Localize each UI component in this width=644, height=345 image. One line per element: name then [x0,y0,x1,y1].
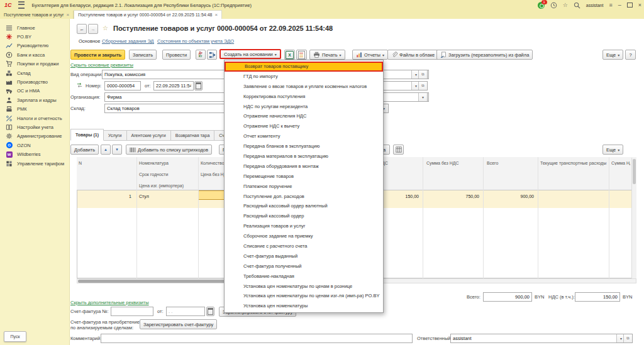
menu-item[interactable]: Установка цен номенклатуры [225,301,383,311]
app-tab-receipt-doc[interactable]: Поступление товаров и услуг 0000-000054 … [74,10,222,19]
menu-item[interactable]: Возврат товаров поставщику [225,62,383,72]
back-button[interactable]: ← [77,24,87,34]
sidebar-item-main[interactable]: Главное [0,23,69,32]
search-icon[interactable] [574,2,580,9]
menu-item[interactable]: Отчет комитенту [225,131,383,141]
sidebar-item-manager[interactable]: Руководителю [0,41,69,50]
add-row-button[interactable]: Добавить [70,145,99,155]
col-header-vat-sum2[interactable]: Сумма НДС [611,161,630,165]
post-button[interactable]: Провести [162,50,191,60]
horizontal-scrollbar-thumb[interactable] [78,280,234,283]
post-and-close-button[interactable]: Провести и закрыть [70,50,125,60]
tab-returnable-packaging[interactable]: Возвратная тара [171,130,215,141]
table-settings-button[interactable] [393,145,404,155]
help-button[interactable]: ? [625,50,636,60]
favorite-star-icon[interactable]: ☆ [103,25,108,31]
service-status-icon[interactable]: 1 [538,2,545,9]
sidebar-item-purchases-sales[interactable]: Покупки и продажи [0,60,69,68]
menu-item[interactable]: Счет-фактура полученный [225,261,383,271]
col-header-transport[interactable]: Текущие транспортные расходы [540,161,606,165]
close-tab-icon[interactable]: × [214,12,218,18]
sidebar-item-fixed-assets[interactable]: ОС и НМА [0,87,69,96]
menu-item[interactable]: Расходный кассовый ордер валютный [225,201,383,211]
windows-start-button[interactable]: Пуск [4,331,26,342]
history-icon[interactable] [550,2,557,9]
tab-agent-services[interactable]: Агентские услуги [127,130,171,141]
invoice-number-field[interactable] [111,307,153,316]
menu-item[interactable]: Установка цен номенклатуры по ценам изг-… [225,291,383,301]
menu-item[interactable]: Поступление доп. расходов [225,192,383,202]
sidebar-item-taxes[interactable]: Налоги и отчетность [0,114,69,123]
add-by-barcode-list-button[interactable]: Добавить по списку штрихкодов [126,145,212,155]
print-button[interactable]: Печать ▾ [309,50,345,60]
open-icon[interactable]: ⧉ [418,70,427,79]
sidebar-item-wildberries[interactable]: W Wildberries [0,150,69,158]
move-row-up-button[interactable]: ▲ [101,145,111,155]
invoice-date-field[interactable]: . . [166,307,205,316]
sidebar-item-warehouse[interactable]: Склад [0,68,69,77]
move-row-down-button[interactable]: ▼ [112,145,122,155]
menu-item[interactable]: ГТД по импорту [225,72,383,82]
col-header-sum-wo-vat[interactable]: Сумма без НДС [426,161,459,165]
col-header-quantity[interactable]: Количество [201,161,225,165]
menu-item[interactable]: Передача оборудования в монтаж [225,162,383,172]
register-purchase-invoice-button[interactable]: Зарегистрировать счет-фактуру [140,319,217,329]
favorites-star-icon[interactable]: ☆ [563,0,568,10]
responsible-field[interactable]: assistant ▾ ⧉ [450,334,633,343]
menu-item[interactable]: Сборочное задание на приемку [225,231,383,241]
col-header-total[interactable]: Всего [487,161,498,165]
nav-tab-assembly-tasks[interactable]: Сборочные задания ЭД [102,38,154,44]
chevron-down-icon[interactable]: ▾ [418,93,427,101]
sidebar-item-salary-hr[interactable]: Зарплата и кадры [0,96,69,104]
menu-item[interactable]: Передача бланков в эксплуатацию [225,141,383,151]
col-header-nomenclature[interactable]: Номенклатура [139,161,169,165]
app-tab-receipt-list[interactable]: Поступление товаров и услуг × [0,11,74,19]
tab-goods[interactable]: Товары (1) [70,129,104,141]
export-excel-button[interactable]: X [284,50,295,60]
menu-item[interactable]: Перемещение товаров [225,172,383,182]
nav-tab-main[interactable]: Основное [79,38,100,44]
date-field[interactable]: 22.09.2025 11:54:48 [153,81,194,90]
open-icon[interactable]: ⧉ [418,82,427,90]
table-more-button[interactable]: Еще ▾ [602,145,623,155]
menu-item[interactable]: Списание с расчетного счета [225,241,383,251]
row-cell-total[interactable]: 900,00 [487,194,534,199]
row-cell-n[interactable]: 1 [79,194,131,199]
sidebar-item-poby[interactable]: PO.BY [0,32,69,41]
toolbar-menu-icon[interactable]: ≡ [609,0,612,10]
comment-field[interactable] [101,334,413,343]
sidebar-item-bank-cash[interactable]: Банк и касса [0,50,69,59]
menu-item[interactable]: Отражение начисления НДС [225,111,383,121]
menu-item[interactable]: Расходный кассовый ордер [225,211,383,221]
sidebar-item-administration[interactable]: Администрирование [0,132,69,141]
electronic-document-button[interactable] [296,50,307,60]
calendar-button[interactable] [194,81,203,90]
menu-item[interactable]: НДС по услугам нерезидента [225,102,383,112]
menu-item[interactable]: Платежное поручение [225,182,383,192]
menu-item[interactable]: Заявление о ввозе товаров и уплате косве… [225,82,383,92]
sidebar-item-accounting-settings[interactable]: Настройки учета [0,123,69,131]
nav-tab-edo-states[interactable]: Состояния по объектам учета ЭДО [157,38,234,44]
menu-item[interactable]: Реализация товаров и услуг [225,221,383,231]
menu-item[interactable]: Счет-фактура выданный [225,251,383,261]
close-tab-icon[interactable]: × [67,12,70,18]
vertical-scrollbar[interactable] [631,158,636,278]
hide-main-requisites-link[interactable]: Скрыть основные реквизиты [70,62,133,68]
sidebar-item-ozon[interactable]: O OZON [0,141,69,150]
invoice-calendar-button[interactable] [206,307,214,316]
more-button[interactable]: Еще ▾ [602,50,623,60]
menu-item[interactable]: Установка цен номенклатуры по ценам в ро… [225,282,383,292]
menu-item[interactable]: Корректировка поступления [225,92,383,102]
cloud-files-button[interactable]: Файлы в облаке [387,50,438,60]
sidebar-item-production[interactable]: Производство [0,77,69,86]
create-based-on-button[interactable]: Создать на основании ▾ [219,49,281,59]
row-cell-sum-wo-vat[interactable]: 750,00 [426,194,479,199]
hide-additional-requisites-link[interactable]: Скрыть дополнительные реквизиты [70,300,149,305]
set-number-icon[interactable] [76,82,83,89]
menu-item[interactable]: Требование-накладная [225,271,383,282]
sidebar-item-tariff[interactable]: Управление тарифом [0,159,69,168]
vertical-scrollbar-thumb[interactable] [633,159,636,184]
forward-button[interactable]: → [88,24,98,34]
document-structure-button[interactable] [207,50,217,60]
current-user[interactable]: assistant [586,3,604,8]
